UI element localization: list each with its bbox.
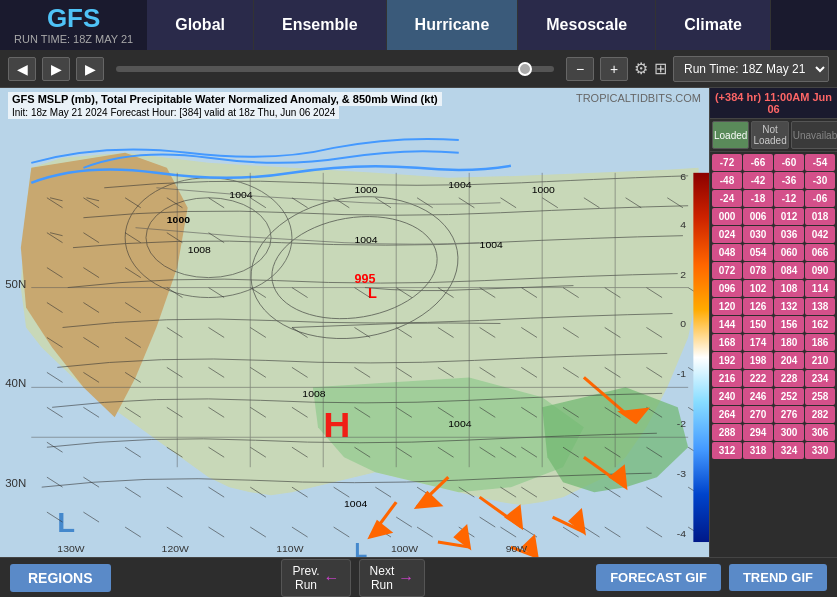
hour-cell-270[interactable]: 270 xyxy=(743,406,773,423)
hour-cell-294[interactable]: 294 xyxy=(743,424,773,441)
hour-cell-258[interactable]: 258 xyxy=(805,388,835,405)
hour-cell-078[interactable]: 078 xyxy=(743,262,773,279)
hour-cell-324[interactable]: 324 xyxy=(774,442,804,459)
hour-cell-096[interactable]: 096 xyxy=(712,280,742,297)
hour-cell-312[interactable]: 312 xyxy=(712,442,742,459)
hour-cell-138[interactable]: 138 xyxy=(805,298,835,315)
hour-cell-114[interactable]: 114 xyxy=(805,280,835,297)
hour-cell-012[interactable]: 012 xyxy=(774,208,804,225)
hour-cell-276[interactable]: 276 xyxy=(774,406,804,423)
hour-cell-252[interactable]: 252 xyxy=(774,388,804,405)
svg-text:30N: 30N xyxy=(5,477,26,489)
hour-cell-210[interactable]: 210 xyxy=(805,352,835,369)
hour-cell-066[interactable]: 066 xyxy=(805,244,835,261)
nav-tab-ensemble[interactable]: Ensemble xyxy=(254,0,387,50)
hour-cell-090[interactable]: 090 xyxy=(805,262,835,279)
svg-text:110W: 110W xyxy=(276,543,304,554)
svg-rect-188 xyxy=(693,173,709,542)
hour-cell-108[interactable]: 108 xyxy=(774,280,804,297)
hour-cell-120[interactable]: 120 xyxy=(712,298,742,315)
not-loaded-button[interactable]: Not Loaded xyxy=(751,121,788,149)
nav-tab-climate[interactable]: Climate xyxy=(656,0,771,50)
next-run-button[interactable]: NextRun → xyxy=(359,559,426,597)
hour-cell--54[interactable]: -54 xyxy=(805,154,835,171)
svg-text:90W: 90W xyxy=(506,543,528,554)
trend-gif-button[interactable]: TREND GIF xyxy=(729,564,827,591)
hour-cell--12[interactable]: -12 xyxy=(774,190,804,207)
timeline-slider[interactable] xyxy=(116,66,554,72)
hour-cell--72[interactable]: -72 xyxy=(712,154,742,171)
hour-cell-144[interactable]: 144 xyxy=(712,316,742,333)
hour-cell-162[interactable]: 162 xyxy=(805,316,835,333)
zoom-in-button[interactable]: + xyxy=(600,57,628,81)
hour-cell-084[interactable]: 084 xyxy=(774,262,804,279)
hour-cell-060[interactable]: 060 xyxy=(774,244,804,261)
hour-cell-240[interactable]: 240 xyxy=(712,388,742,405)
hour-cell-036[interactable]: 036 xyxy=(774,226,804,243)
hour-cell-174[interactable]: 174 xyxy=(743,334,773,351)
hour-cell-048[interactable]: 048 xyxy=(712,244,742,261)
prev-label: Prev.Run xyxy=(292,564,319,592)
hour-cell-030[interactable]: 030 xyxy=(743,226,773,243)
hour-cell-180[interactable]: 180 xyxy=(774,334,804,351)
hour-cell-156[interactable]: 156 xyxy=(774,316,804,333)
hour-cell-204[interactable]: 204 xyxy=(774,352,804,369)
hour-cell-288[interactable]: 288 xyxy=(712,424,742,441)
hour-cell--24[interactable]: -24 xyxy=(712,190,742,207)
gear-icon[interactable]: ⚙ xyxy=(634,59,648,78)
forecast-gif-button[interactable]: FORECAST GIF xyxy=(596,564,721,591)
hour-cell-132[interactable]: 132 xyxy=(774,298,804,315)
hour-cell-246[interactable]: 246 xyxy=(743,388,773,405)
hour-cell--36[interactable]: -36 xyxy=(774,172,804,189)
hour-cell-042[interactable]: 042 xyxy=(805,226,835,243)
next-frame-button[interactable]: ▶ xyxy=(76,57,104,81)
hour-cell-072[interactable]: 072 xyxy=(712,262,742,279)
hour-cell-198[interactable]: 198 xyxy=(743,352,773,369)
run-time-selector[interactable]: Run Time: 18Z May 21 xyxy=(673,56,829,82)
grid-icon[interactable]: ⊞ xyxy=(654,59,667,78)
unavailable-button[interactable]: Unavailable xyxy=(791,121,837,149)
prev-run-button[interactable]: Prev.Run ← xyxy=(281,559,350,597)
svg-text:-2: -2 xyxy=(677,418,687,429)
hour-cell--60[interactable]: -60 xyxy=(774,154,804,171)
hour-cell-264[interactable]: 264 xyxy=(712,406,742,423)
hour-cell--18[interactable]: -18 xyxy=(743,190,773,207)
hour-cell-168[interactable]: 168 xyxy=(712,334,742,351)
hour-cell--42[interactable]: -42 xyxy=(743,172,773,189)
hour-cell-102[interactable]: 102 xyxy=(743,280,773,297)
regions-button[interactable]: REGIONS xyxy=(10,564,111,592)
hour-cell-186[interactable]: 186 xyxy=(805,334,835,351)
hour-cell-216[interactable]: 216 xyxy=(712,370,742,387)
hour-cell-024[interactable]: 024 xyxy=(712,226,742,243)
hour-cell-306[interactable]: 306 xyxy=(805,424,835,441)
nav-tab-mesoscale[interactable]: Mesoscale xyxy=(518,0,656,50)
hour-cell-192[interactable]: 192 xyxy=(712,352,742,369)
hour-cell-234[interactable]: 234 xyxy=(805,370,835,387)
svg-text:L: L xyxy=(355,539,368,557)
hour-cell-222[interactable]: 222 xyxy=(743,370,773,387)
nav-tab-hurricane[interactable]: Hurricane xyxy=(387,0,519,50)
hour-cell-300[interactable]: 300 xyxy=(774,424,804,441)
slider-thumb xyxy=(518,62,532,76)
hour-cell-018[interactable]: 018 xyxy=(805,208,835,225)
hour-cell-006[interactable]: 006 xyxy=(743,208,773,225)
hours-grid: -72-66-60-54-48-42-36-30-24-18-12-060000… xyxy=(710,152,837,461)
play-button[interactable]: ▶ xyxy=(42,57,70,81)
loaded-button[interactable]: Loaded xyxy=(712,121,749,149)
hour-cell--30[interactable]: -30 xyxy=(805,172,835,189)
hour-cell--06[interactable]: -06 xyxy=(805,190,835,207)
hour-cell-282[interactable]: 282 xyxy=(805,406,835,423)
hour-cell-150[interactable]: 150 xyxy=(743,316,773,333)
hour-cell-228[interactable]: 228 xyxy=(774,370,804,387)
hour-cell--66[interactable]: -66 xyxy=(743,154,773,171)
zoom-out-button[interactable]: − xyxy=(566,57,594,81)
nav-tab-global[interactable]: Global xyxy=(147,0,254,50)
hour-cell-054[interactable]: 054 xyxy=(743,244,773,261)
hour-cell-330[interactable]: 330 xyxy=(805,442,835,459)
hour-cell-000[interactable]: 000 xyxy=(712,208,742,225)
hour-cell-318[interactable]: 318 xyxy=(743,442,773,459)
svg-text:1000: 1000 xyxy=(167,214,190,225)
hour-cell-126[interactable]: 126 xyxy=(743,298,773,315)
prev-frame-button[interactable]: ◀ xyxy=(8,57,36,81)
hour-cell--48[interactable]: -48 xyxy=(712,172,742,189)
